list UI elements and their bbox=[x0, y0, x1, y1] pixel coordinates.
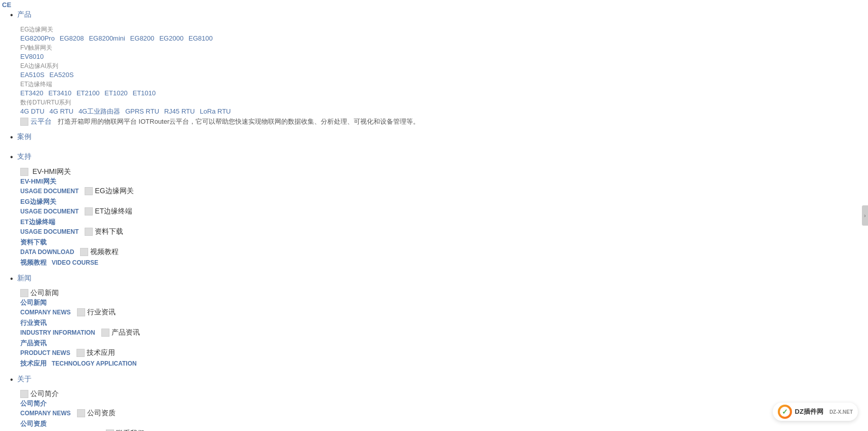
dtu-rtu-links: 4G DTU 4G RTU 4G工业路由器 GPRS RTU RJ45 RTU … bbox=[20, 107, 858, 116]
eg8100-link[interactable]: EG8100 bbox=[188, 34, 213, 42]
data-download-support-label: 资料下载 bbox=[95, 227, 123, 236]
contact-us-icon-label: 联系我们 bbox=[116, 429, 144, 431]
ea-ai-section: EA边缘AI系列 EA510S EA520S bbox=[10, 61, 858, 79]
dz-check-icon: ✓ bbox=[782, 408, 788, 416]
company-news-icon-label: 公司新闻 bbox=[30, 289, 59, 298]
ea-ai-category[interactable]: EA边缘AI系列 bbox=[20, 62, 58, 70]
company-qual-icon-label: 公司资质 bbox=[87, 409, 116, 418]
et-terminal-category[interactable]: ET边缘终端 bbox=[20, 80, 52, 89]
product-news-icon-label: 产品资讯 bbox=[111, 328, 140, 337]
eg8200-link[interactable]: EG8200 bbox=[130, 34, 155, 42]
cases-link[interactable]: 案例 bbox=[17, 132, 31, 141]
industry-info-label-link[interactable]: INDUSTRY INFORMATION bbox=[20, 329, 95, 337]
ev-touch-links: EV8010 bbox=[20, 52, 858, 60]
nav-about-list: 关于 bbox=[10, 370, 858, 389]
et3410-link[interactable]: ET3410 bbox=[48, 89, 71, 97]
eg-gateway-doc-link[interactable]: USAGE DOCUMENT bbox=[20, 207, 79, 216]
tech-application-label-link[interactable]: TECHNOLOGY APPLICATION bbox=[52, 360, 137, 368]
dtu-rtu-section: 数传DTU/RTU系列 4G DTU 4G RTU 4G工业路由器 GPRS R… bbox=[10, 98, 858, 116]
et-terminal-doc-link[interactable]: USAGE DOCUMENT bbox=[20, 228, 79, 236]
et2100-link[interactable]: ET2100 bbox=[77, 89, 100, 97]
ev-hmi-name-link[interactable]: EV-HMI网关 bbox=[20, 176, 56, 187]
product-news-label-link[interactable]: PRODUCT NEWS bbox=[20, 349, 70, 357]
data-download-name-link[interactable]: 资料下载 bbox=[20, 237, 47, 247]
support-link[interactable]: 支持 bbox=[17, 152, 31, 161]
video-course-doc-link[interactable]: VIDEO COURSE bbox=[52, 259, 98, 267]
product-news-name-link[interactable]: 产品资讯 bbox=[20, 338, 47, 348]
4g-dtu-link[interactable]: 4G DTU bbox=[20, 107, 45, 115]
gprs-rtu-link[interactable]: GPRS RTU bbox=[125, 107, 159, 115]
company-intro-icon-label: 公司简介 bbox=[30, 389, 59, 399]
ev-hmi-section: EV-HMI网关 EV-HMI网关 USAGE DOCUMENT EG边缘网关 bbox=[10, 167, 858, 196]
eg-gateway-support-section: EG边缘网关 USAGE DOCUMENT ET边缘终端 bbox=[10, 197, 858, 216]
eg8200mini-link[interactable]: EG8200mini bbox=[89, 34, 125, 42]
nav-news-list: 新闻 bbox=[10, 269, 858, 289]
ea520s-link[interactable]: EA520S bbox=[50, 71, 74, 79]
et1010-link[interactable]: ET1010 bbox=[133, 89, 156, 97]
et-terminal-section: ET边缘终端 ET3420 ET3410 ET2100 ET1020 ET101… bbox=[10, 80, 858, 97]
news-link[interactable]: 新闻 bbox=[17, 274, 31, 283]
lora-rtu-link[interactable]: LoRa RTU bbox=[200, 107, 231, 115]
et1020-link[interactable]: ET1020 bbox=[104, 89, 128, 97]
company-qual-icon bbox=[77, 409, 85, 417]
ev-hmi-label: EV-HMI网关 bbox=[32, 167, 71, 175]
industry-info-icon-label: 行业资讯 bbox=[87, 308, 116, 317]
products-link[interactable]: 产品 bbox=[17, 10, 31, 19]
right-arrow-handle[interactable]: › bbox=[862, 205, 868, 226]
ea-ai-links: EA510S EA520S bbox=[20, 70, 858, 79]
data-download-section: 资料下载 DATA DOWNLOAD 视频教程 bbox=[10, 237, 858, 257]
et-terminal-support-name-link[interactable]: ET边缘终端 bbox=[20, 217, 55, 227]
ev-touch-category[interactable]: FV触屏网关 bbox=[20, 44, 52, 52]
rj45-rtu-link[interactable]: RJ45 RTU bbox=[164, 107, 195, 115]
et3420-link[interactable]: ET3420 bbox=[20, 89, 44, 97]
tech-app-icon bbox=[77, 349, 85, 357]
nav-support-list: 支持 bbox=[10, 147, 858, 167]
company-qual-section: 公司资质 COMPANY QUALIFICATION 联系我们 bbox=[10, 419, 858, 431]
dz-logo-inner: ✓ bbox=[780, 407, 790, 417]
4g-router-link[interactable]: 4G工业路由器 bbox=[79, 107, 120, 116]
company-news-name-link[interactable]: 公司新闻 bbox=[20, 298, 47, 308]
nav-cases-list: 案例 bbox=[10, 127, 858, 147]
tech-application-name-link[interactable]: 技术应用 bbox=[20, 358, 47, 369]
nav-item-products: 产品 bbox=[10, 9, 858, 21]
video-course-section: 视频教程 VIDEO COURSE bbox=[10, 258, 858, 268]
cloud-platform-link[interactable]: 云平台 bbox=[30, 117, 52, 126]
tech-app-icon-label: 技术应用 bbox=[87, 348, 115, 357]
et-terminal-support-icon bbox=[85, 207, 93, 216]
cloud-platform-desc: 打造开箱即用的物联网平台 IOTRouter云平台，它可以帮助您快速实现物联网的… bbox=[58, 117, 420, 126]
dz-badge-name: DZ插件网 bbox=[795, 407, 823, 416]
company-intro-name-link[interactable]: 公司简介 bbox=[20, 399, 47, 409]
eg-gateway-support-label: EG边缘网关 bbox=[95, 187, 133, 196]
nav-menu: 产品 bbox=[10, 5, 858, 25]
company-news-icon bbox=[20, 289, 28, 297]
about-link[interactable]: 关于 bbox=[17, 375, 31, 384]
nav-item-about: 关于 bbox=[10, 374, 858, 385]
dz-badge[interactable]: ✓ DZ插件网 DZ-X.NET bbox=[773, 403, 858, 421]
4g-rtu-link[interactable]: 4G RTU bbox=[50, 107, 73, 115]
ev8010-link[interactable]: EV8010 bbox=[20, 53, 44, 60]
company-qual-name-link[interactable]: 公司资质 bbox=[20, 419, 47, 429]
dtu-rtu-category[interactable]: 数传DTU/RTU系列 bbox=[20, 98, 71, 107]
company-news-section: 公司新闻 公司新闻 COMPANY NEWS 行业资讯 bbox=[10, 289, 858, 317]
company-news-label-link[interactable]: COMPANY NEWS bbox=[20, 308, 71, 316]
eg-gateway-category[interactable]: EG边缘网关 bbox=[20, 25, 53, 34]
cloud-icon bbox=[20, 118, 28, 126]
et-terminal-links: ET3420 ET3410 ET2100 ET1020 ET1010 bbox=[20, 89, 858, 97]
ea510s-link[interactable]: EA510S bbox=[20, 71, 45, 79]
eg-gateway-support-name-link[interactable]: EG边缘网关 bbox=[20, 197, 56, 207]
industry-info-icon bbox=[77, 308, 85, 316]
et-terminal-support-section: ET边缘终端 USAGE DOCUMENT 资料下载 bbox=[10, 217, 858, 236]
data-download-doc-link[interactable]: DATA DOWNLOAD bbox=[20, 248, 74, 256]
video-course-name-link[interactable]: 视频教程 bbox=[20, 258, 47, 268]
ev-hmi-doc-link[interactable]: USAGE DOCUMENT bbox=[20, 187, 79, 195]
eg8200pro-link[interactable]: EG8200Pro bbox=[20, 34, 55, 42]
eg8208-link[interactable]: EG8208 bbox=[60, 34, 84, 42]
company-intro-label-link[interactable]: COMPANY NEWS bbox=[20, 409, 71, 417]
dz-logo: ✓ bbox=[778, 405, 792, 419]
nav-item-cases: 案例 bbox=[10, 131, 858, 143]
product-news-icon bbox=[101, 329, 109, 337]
nav-item-support: 支持 bbox=[10, 151, 858, 163]
eg2000-link[interactable]: EG2000 bbox=[159, 34, 183, 42]
dz-badge-url: DZ-X.NET bbox=[829, 409, 853, 415]
industry-info-name-link[interactable]: 行业资讯 bbox=[20, 318, 47, 328]
